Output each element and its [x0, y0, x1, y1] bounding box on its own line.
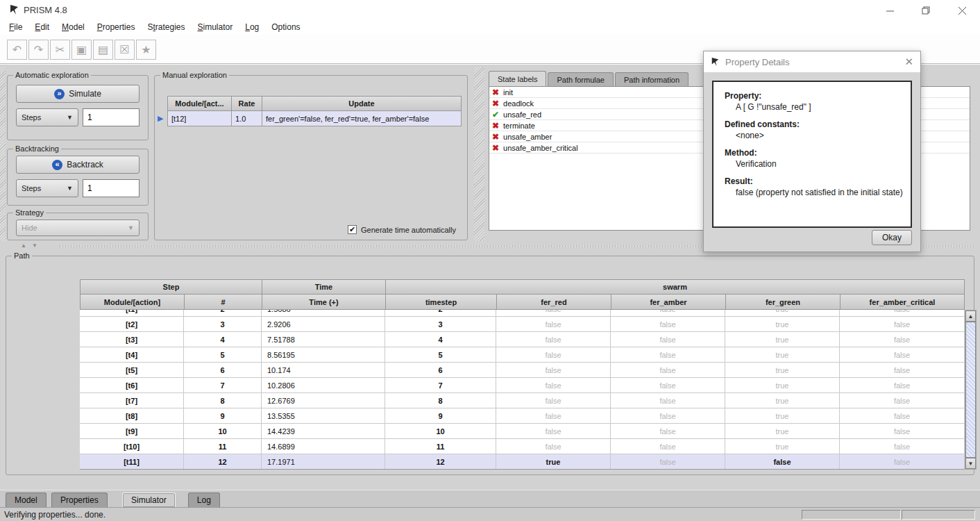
undo-icon[interactable]: ↶ — [7, 40, 27, 60]
col-header-fer-red[interactable]: fer_red — [496, 295, 611, 310]
path-table-row[interactable]: [t1]21.56862falsefalsetruefalse — [80, 310, 965, 317]
automatic-exploration-panel: Automatic exploration » Simulate Steps▼ — [7, 71, 149, 140]
window-title: PRISM 4.8 — [24, 5, 67, 15]
path-table-row[interactable]: [t9]1014.423910falsefalsetruefalse — [80, 424, 965, 439]
path-scrollbar[interactable]: ▲ ▼ — [965, 310, 977, 470]
path-table-row[interactable]: [t5]610.1746falsefalsetruefalse — [80, 363, 965, 378]
manual-col-0[interactable]: Module/[act... — [167, 96, 231, 111]
time-cell: 12.6769 — [262, 393, 385, 408]
backtracking-panel: Backtracking « Backtrack Steps▼ — [7, 144, 149, 206]
fer-amber-critical-cell: false — [840, 408, 965, 424]
backtrack-steps-input[interactable] — [83, 179, 140, 197]
backtrack-button[interactable]: « Backtrack — [16, 156, 140, 174]
tab-state-labels[interactable]: State labels — [489, 71, 546, 86]
generate-time-checkbox[interactable]: ✔ — [348, 225, 357, 234]
fer-red-cell: false — [496, 393, 611, 408]
timestep-cell: 10 — [385, 424, 496, 439]
menu-log[interactable]: Log — [239, 21, 265, 33]
manual-table-row[interactable]: [t12]1.0fer_green'=false, fer_red'=true,… — [167, 111, 462, 126]
time-cell: 8.56195 — [262, 347, 385, 363]
auto-steps-combo[interactable]: Steps▼ — [16, 108, 78, 126]
path-title: Path — [12, 251, 32, 260]
module-action-cell: [t7] — [80, 393, 184, 408]
prism-logo-icon — [9, 4, 19, 15]
col-header-fer-amber-critical[interactable]: fer_amber_critical — [840, 295, 965, 310]
col-header-timestep[interactable]: timestep — [385, 295, 496, 310]
col-header-time-[interactable]: Time (+) — [262, 295, 385, 310]
col-header-module-action-[interactable]: Module/[action] — [80, 295, 184, 310]
bottom-tab-simulator[interactable]: Simulator — [122, 493, 176, 507]
path-table-row[interactable]: [t10]1114.689911falsefalsetruefalse — [80, 439, 965, 454]
vertical-splitter[interactable] — [474, 67, 484, 241]
path-table-row[interactable]: [t7]812.67698falsefalsetruefalse — [80, 393, 965, 408]
path-table-row[interactable]: [t6]710.28067falsefalsetruefalse — [80, 378, 965, 393]
paste-icon[interactable]: ▤ — [93, 40, 113, 60]
redo-icon[interactable]: ↷ — [28, 40, 49, 60]
manual-col-1[interactable]: Rate — [231, 96, 262, 111]
timestep-cell: 11 — [385, 439, 496, 454]
manual-table-header: Module/[act...RateUpdate — [167, 96, 462, 111]
favorite-icon[interactable]: ★ — [136, 40, 156, 60]
result-value: false (property not satisfied in the ini… — [736, 188, 905, 197]
close-button[interactable] — [944, 0, 980, 21]
fer-green-cell: true — [725, 393, 840, 408]
restore-button[interactable] — [908, 0, 944, 21]
fer-amber-critical-cell: false — [840, 424, 965, 439]
cross-icon: ✖ — [492, 99, 499, 108]
dialog-title: Property Details — [725, 57, 789, 67]
scroll-down-icon[interactable]: ▼ — [965, 458, 976, 469]
strategy-panel: Strategy Hide▼ — [7, 208, 149, 240]
scroll-up-icon[interactable]: ▲ — [965, 311, 976, 322]
strategy-combo[interactable]: Hide▼ — [16, 220, 140, 236]
menu-edit[interactable]: Edit — [28, 21, 56, 33]
copy-icon[interactable]: ▣ — [71, 40, 92, 60]
path-table-row[interactable]: [t4]58.561955falsefalsetruefalse — [80, 347, 965, 363]
dialog-content: Property: A [ G !"unsafe_red" ] Defined … — [712, 81, 912, 228]
step-cell: 9 — [184, 408, 262, 424]
module-action-cell: [t5] — [80, 363, 184, 378]
backtrack-steps-combo[interactable]: Steps▼ — [16, 179, 78, 197]
fer-amber-cell: false — [611, 363, 725, 378]
status-text: Verifying properties... done. — [4, 510, 105, 520]
menu-properties[interactable]: Properties — [91, 21, 142, 33]
col-header-fer-amber[interactable]: fer_amber — [611, 295, 725, 310]
fer-green-cell: true — [725, 310, 840, 317]
dialog-close-icon[interactable]: ✕ — [904, 56, 913, 68]
time-cell: 10.174 — [262, 363, 385, 378]
col-header-fer-green[interactable]: fer_green — [725, 295, 840, 310]
backtrack-steps-label: Steps — [22, 184, 41, 192]
scrollbar-thumb[interactable] — [965, 322, 976, 458]
bottom-tab-properties[interactable]: Properties — [51, 493, 108, 507]
property-label: Property: — [725, 91, 905, 101]
menu-simulator[interactable]: Simulator — [192, 21, 239, 33]
simulate-button[interactable]: » Simulate — [16, 85, 140, 103]
okay-button[interactable]: Okay — [872, 230, 912, 245]
manual-col-2[interactable]: Update — [262, 96, 462, 111]
state-label-name: terminate — [503, 122, 535, 130]
left-splitter[interactable] — [0, 67, 6, 241]
bottom-tab-model[interactable]: Model — [6, 493, 47, 507]
fer-red-cell: false — [496, 317, 611, 332]
okay-label: Okay — [882, 233, 902, 242]
path-table-row[interactable]: [t2]32.92063falsefalsetruefalse — [80, 317, 965, 332]
timestep-cell: 3 — [385, 317, 496, 332]
menu-options[interactable]: Options — [265, 21, 306, 33]
minimize-icon — [886, 7, 894, 15]
menu-strategies[interactable]: Strategies — [141, 21, 191, 33]
fer-green-cell: true — [725, 317, 840, 332]
menu-model[interactable]: Model — [56, 21, 91, 33]
bottom-tab-log[interactable]: Log — [188, 493, 220, 507]
timestep-cell: 6 — [385, 363, 496, 378]
cut-icon[interactable]: ✂ — [50, 40, 70, 60]
tab-path-information[interactable]: Path information — [615, 72, 688, 86]
col-header--[interactable]: # — [184, 295, 262, 310]
auto-steps-input[interactable] — [83, 108, 140, 126]
path-table-row[interactable]: [t3]47.517884falsefalsetruefalse — [80, 332, 965, 347]
path-table-row[interactable]: [t8]913.53559falsefalsetruefalse — [80, 408, 965, 424]
menu-file[interactable]: File — [3, 21, 28, 33]
delete-icon[interactable]: ☒ — [115, 40, 135, 60]
tab-path-formulae[interactable]: Path formulae — [548, 72, 613, 86]
fer-green-cell: true — [725, 378, 840, 393]
path-table-row[interactable]: [t11]1217.197112truefalsefalsefalse — [80, 454, 965, 470]
minimize-button[interactable] — [872, 0, 908, 21]
